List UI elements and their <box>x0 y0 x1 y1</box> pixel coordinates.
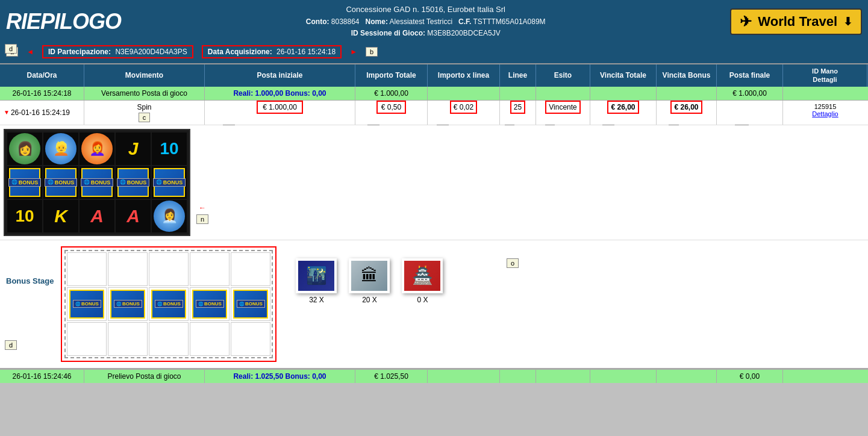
esito-box: Vincente <box>545 101 580 114</box>
bonus-sym-4: 🌐BONUS <box>192 290 227 319</box>
photo-2: 🏯 <box>402 258 443 293</box>
bg-r3c4 <box>190 322 229 356</box>
last-esito <box>536 370 590 383</box>
row-deposit: 26-01-16 15:24:18 Versamento Posta di gi… <box>0 87 868 101</box>
photo-label-1: 20 X <box>362 296 377 304</box>
dep-linee <box>500 87 536 100</box>
bg-r1c2 <box>108 252 148 286</box>
th-importo-totale: Importo Totale <box>355 64 428 87</box>
sym-girl-blue: 👱 <box>45 133 76 164</box>
id-row: a ◄ ID Partecipazione: N3E9A200D4D4A3PS … <box>0 43 868 63</box>
photo-label-2: 0 X <box>417 296 428 304</box>
last-datetime: 26-01-16 15:24:46 <box>0 370 84 383</box>
data-acq-label: Data Acquisizione: <box>208 48 272 56</box>
spin-movimento: Spin c <box>84 101 205 125</box>
th-linee: Linee <box>500 64 536 87</box>
photo-label-0: 32 X <box>309 296 324 304</box>
bg-r3c3 <box>149 322 189 356</box>
dep-imp-linea <box>428 87 500 100</box>
data-acq-val: 26-01-16 15:24:18 <box>276 48 336 56</box>
slot-cell-r3c3: A <box>80 200 114 232</box>
last-posta: Reali: 1.025,50 Bonus: 0,00 <box>205 370 355 383</box>
marker-b: b <box>366 47 378 57</box>
photo-1: 🏛 <box>349 258 390 293</box>
sessione-val: M3E8B200BDCEA5JV <box>427 29 500 37</box>
marker-o: o <box>507 258 519 268</box>
spin-imp-linea: € 0,02 h <box>428 101 500 125</box>
sym-girl-green: 👩 <box>9 133 40 164</box>
sym-bonus-5: 🌐BONUS <box>154 168 185 197</box>
dep-movimento: Versamento Posta di gioco <box>84 87 205 100</box>
id-part-label: ID Partecipazione: <box>48 48 111 56</box>
marker-n-area: ← n <box>196 129 208 236</box>
row-last: 26-01-16 15:24:46 Prelievo Posta di gioc… <box>0 369 868 383</box>
last-vinc-tot <box>590 370 657 383</box>
slot-cell-r1c1: 👩 <box>7 132 42 165</box>
dettaglio-link[interactable]: Dettaglio <box>812 110 838 117</box>
header-line3: ID Sessione di Gioco: M3E8B200BDCEA5JV <box>306 28 546 39</box>
th-id-mano: ID ManoDettagli <box>783 64 867 87</box>
dep-vinc-bonus <box>657 87 717 100</box>
bg-r1c5 <box>231 252 270 286</box>
bg-r3c2 <box>108 322 148 356</box>
dropdown-icon: ⬇ <box>843 15 852 28</box>
slot-detail-area: 👩 👱 👩‍🦰 J 10 🌐BONUS 🌐BONUS <box>0 125 868 240</box>
data-acq-box: Data Acquisizione: 26-01-16 15:24:18 <box>202 45 342 58</box>
photo-item-2: 🏯 0 X <box>402 258 443 304</box>
conto-label: Conto: <box>306 17 329 26</box>
spin-posta: € 1.000,00 e <box>205 101 355 125</box>
sym-J: J <box>128 139 139 159</box>
slot-cell-r2c5: 🌐BONUS <box>152 166 187 199</box>
photo-item-1: 🏛 20 X <box>349 258 390 304</box>
th-datetime: Data/Ora <box>0 64 84 87</box>
header-line2: Conto: 8038864 Nome: Alessiatest Testric… <box>306 16 546 28</box>
marker-d-header: d <box>5 44 17 54</box>
dep-id <box>783 87 867 100</box>
brand-icon: ✈ <box>740 13 752 30</box>
sessione-label: ID Sessione di Gioco: <box>351 29 425 37</box>
bg-r3c5 <box>231 322 270 356</box>
importo-box: € 0,50 <box>376 101 406 114</box>
last-vinc-bonus <box>657 370 717 383</box>
slot-cell-r2c4: 🌐BONUS <box>116 166 151 199</box>
slot-cell-r3c4: A <box>116 200 151 232</box>
sym-bonus-3: 🌐BONUS <box>81 168 113 197</box>
last-posta-fin: € 0,00 <box>717 370 783 383</box>
dep-datetime: 26-01-16 15:24:18 <box>0 87 84 100</box>
sym-K: K <box>54 206 67 226</box>
sym-10-gold: 10 <box>15 207 34 226</box>
nome-val: Alessiatest Testricci <box>390 17 452 26</box>
dep-esito <box>536 87 590 100</box>
spin-posta-fin: m <box>717 101 783 125</box>
dep-vinc-tot <box>590 87 657 100</box>
sym-bonus-4: 🌐BONUS <box>117 168 149 197</box>
bonus-sym-3: 🌐BONUS <box>151 290 186 319</box>
cf-label: C.F. <box>458 17 471 26</box>
imp-linea-box: € 0,02 <box>450 101 477 114</box>
header-line1: Concessione GAD n. 15016, Eurobet Italia… <box>306 4 546 16</box>
brand-button[interactable]: ✈ World Travel ⬇ <box>730 8 862 35</box>
header-info: Concessione GAD n. 15016, Eurobet Italia… <box>306 4 546 39</box>
bg-r1c4 <box>190 252 229 286</box>
bg-r1c3 <box>149 252 189 286</box>
th-vincita-totale: Vincita Totale <box>590 64 657 87</box>
bg-r2c3: 🌐BONUS <box>149 287 189 321</box>
bonus-sym-2: 🌐BONUS <box>110 290 145 319</box>
th-importo-linea: Importo x linea <box>428 64 500 87</box>
bg-r2c4: 🌐BONUS <box>190 287 229 321</box>
sym-10-blue: 10 <box>160 139 178 158</box>
sym-girl-red: 👩‍🦰 <box>81 133 113 164</box>
marker-d-bottom: d <box>5 340 17 350</box>
vinc-bonus-box: € 26,00 <box>670 101 702 114</box>
last-imp-linea <box>428 370 500 383</box>
spin-vinc-bonus: € 26,00 l <box>657 101 717 125</box>
slot-grid: 👩 👱 👩‍🦰 J 10 🌐BONUS 🌐BONUS <box>4 129 190 236</box>
bonus-sym-1: 🌐BONUS <box>69 290 104 319</box>
sym-bonus-2: 🌐BONUS <box>45 168 76 197</box>
bonus-grid-container: 🌐BONUS 🌐BONUS 🌐BONUS <box>61 246 276 362</box>
bonus-sym-5: 🌐BONUS <box>233 290 268 319</box>
conto-val: 8038864 <box>331 17 360 26</box>
last-linee <box>500 370 536 383</box>
dep-posta: Reali: 1.000,00 Bonus: 0,00 <box>205 87 355 100</box>
bonus-stage-row: d Bonus Stage 🌐BONUS 🌐 <box>0 240 868 369</box>
